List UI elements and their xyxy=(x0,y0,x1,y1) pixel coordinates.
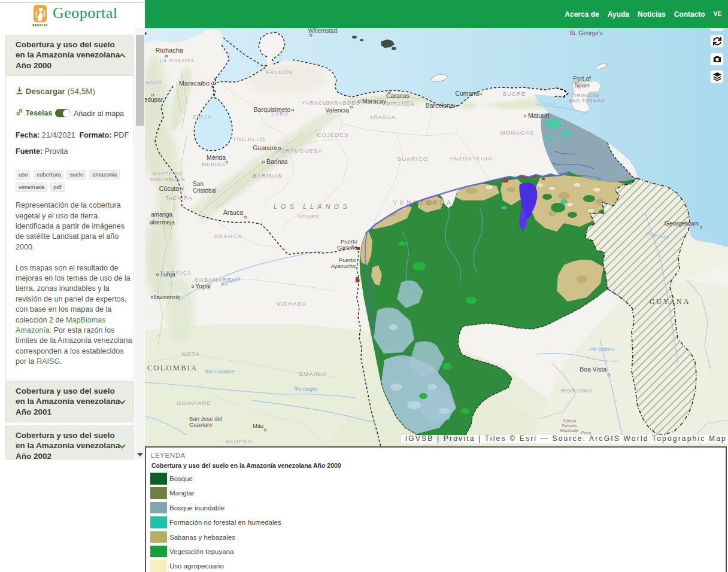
svg-text:abermeja: abermeja xyxy=(150,219,175,226)
svg-text:Port of: Port of xyxy=(573,75,591,82)
svg-text:ARAUCA: ARAUCA xyxy=(214,233,242,239)
svg-text:APURE: APURE xyxy=(298,213,321,220)
svg-text:Georgetown: Georgetown xyxy=(665,220,699,227)
svg-text:ANZOATEGUI: ANZOATEGUI xyxy=(449,155,493,162)
svg-text:VENEZUELA: VENEZUELA xyxy=(393,199,453,206)
svg-text:LARA: LARA xyxy=(271,110,289,117)
svg-text:Boa Vista: Boa Vista xyxy=(580,366,606,373)
svg-text:VAUPES: VAUPES xyxy=(225,438,252,445)
svg-text:Barinas: Barinas xyxy=(266,158,288,165)
svg-text:TRINIDAD: TRINIDAD xyxy=(574,93,600,98)
svg-text:Rio Negro: Rio Negro xyxy=(294,386,317,392)
svg-text:GUARICO: GUARICO xyxy=(397,156,429,162)
svg-text:FALCON: FALCON xyxy=(266,69,293,75)
svg-text:ARAGUA: ARAGUA xyxy=(369,114,395,120)
svg-text:LA GUAJIRA: LA GUAJIRA xyxy=(160,58,195,63)
svg-text:Maracay: Maracay xyxy=(362,98,387,105)
svg-text:amanga: amanga xyxy=(151,211,173,218)
svg-text:Rio Grande: Rio Grande xyxy=(535,102,557,106)
svg-text:Guaviare: Guaviare xyxy=(189,421,213,428)
svg-text:Valencia: Valencia xyxy=(326,107,350,114)
svg-text:VICHADA: VICHADA xyxy=(277,300,307,307)
svg-text:SUCRE: SUCRE xyxy=(502,90,526,97)
svg-text:San: San xyxy=(193,181,204,187)
svg-text:COLOMBIA: COLOMBIA xyxy=(147,364,198,372)
svg-text:llavicencio: llavicencio xyxy=(154,294,180,300)
svg-text:Caracas: Caracas xyxy=(386,92,410,99)
svg-text:Maracaibo: Maracaibo xyxy=(179,80,210,87)
svg-text:Entrada: Entrada xyxy=(562,424,577,428)
svg-text:Mérida: Mérida xyxy=(207,154,226,161)
svg-text:BARINAS: BARINAS xyxy=(253,172,283,179)
svg-text:Carreño: Carreño xyxy=(337,244,357,251)
svg-text:Mitu: Mitu xyxy=(253,422,263,429)
svg-text:GUAINIA: GUAINIA xyxy=(299,370,327,377)
svg-text:Cúcuta: Cúcuta xyxy=(159,185,179,192)
svg-text:BOYACA: BOYACA xyxy=(166,270,192,276)
svg-text:Mucidade: Mucidade xyxy=(560,428,578,433)
svg-text:CARABOBO: CARABOBO xyxy=(326,100,360,106)
svg-text:GUAVIARE: GUAVIARE xyxy=(177,400,211,406)
svg-text:Cumaná: Cumaná xyxy=(455,90,479,97)
svg-text:TRUJILLO: TRUJILLO xyxy=(233,136,265,142)
svg-text:Rio Guaviare: Rio Guaviare xyxy=(205,369,235,375)
svg-text:MERIDA: MERIDA xyxy=(202,162,226,168)
svg-text:TACHIRA: TACHIRA xyxy=(165,195,192,201)
svg-text:NORTE DE: NORTE DE xyxy=(153,171,183,177)
svg-text:Willemstad: Willemstad xyxy=(308,28,338,34)
svg-text:META: META xyxy=(182,351,200,357)
svg-text:RORAIMA: RORAIMA xyxy=(562,387,593,394)
svg-text:AND TOBAGO: AND TOBAGO xyxy=(568,98,605,104)
svg-text:Parima: Parima xyxy=(563,419,576,423)
svg-text:St. George's: St. George's xyxy=(569,30,602,36)
svg-text:ANDER: ANDER xyxy=(145,80,162,86)
svg-text:ZULIA: ZULIA xyxy=(193,113,213,120)
svg-text:GUYANA: GUYANA xyxy=(650,297,691,306)
svg-text:Arauca: Arauca xyxy=(223,209,243,216)
svg-text:Cristóbal: Cristóbal xyxy=(193,187,216,194)
svg-text:Rio Branco: Rio Branco xyxy=(589,346,614,352)
svg-text:Ayacucho: Ayacucho xyxy=(330,263,356,269)
svg-text:Yopal: Yopal xyxy=(195,282,211,290)
svg-text:PROVITA: PROVITA xyxy=(32,23,48,27)
svg-text:MONAGAS: MONAGAS xyxy=(500,129,535,136)
svg-text:Maturín: Maturín xyxy=(528,112,550,119)
svg-text:LOS LLANOS: LOS LLANOS xyxy=(274,203,350,210)
svg-text:alledupar: alledupar xyxy=(145,96,163,103)
svg-text:Guanare: Guanare xyxy=(253,144,277,151)
svg-text:PORTUGUESA: PORTUGUESA xyxy=(276,147,323,154)
svg-text:Riohacha: Riohacha xyxy=(156,47,184,54)
svg-text:COJEDES: COJEDES xyxy=(317,132,348,138)
svg-text:Barcelona: Barcelona xyxy=(426,102,454,109)
svg-text:SANTANDER: SANTANDER xyxy=(150,177,186,182)
svg-text:MIRANDA: MIRANDA xyxy=(386,101,415,107)
svg-text:Spain: Spain xyxy=(574,82,590,89)
